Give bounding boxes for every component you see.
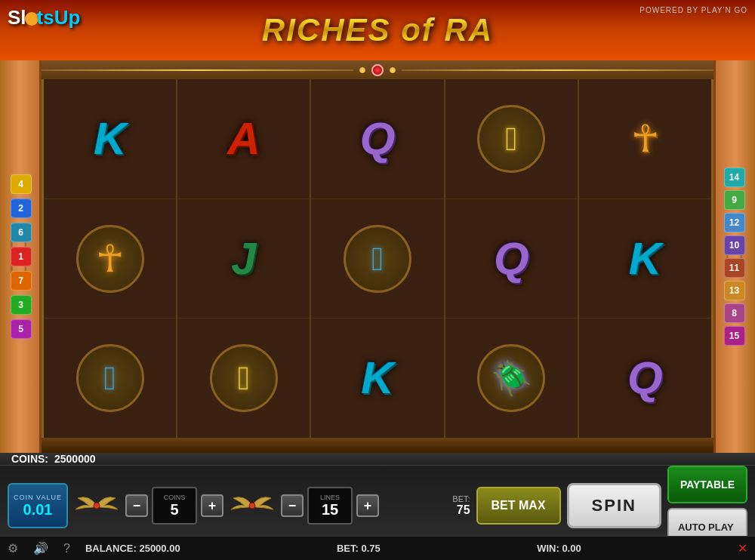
symbol-ankh-1: ☥ [76,225,144,293]
lines-stepper-value: 15 [322,501,338,518]
controls-row: COIN VALUE 0.01 − COINS 5 [0,466,755,546]
payline-5[interactable]: 5 [11,319,32,339]
payline-8[interactable]: 8 [724,303,745,323]
symbol-J-1: J [231,236,256,282]
coins-stepper-value: 5 [170,501,178,518]
arch-gem-center [371,64,384,76]
reels-wrapper: K ☥ 𓅃 A [42,60,713,453]
coins-increase-button[interactable]: + [201,494,223,517]
payline-13[interactable]: 13 [724,281,745,300]
symbol-cell-5-3: Q [579,318,711,438]
status-bet-label: BET: [337,543,359,554]
sound-icon[interactable]: 🔊 [33,541,48,555]
payline-11[interactable]: 11 [724,258,745,278]
payline-14[interactable]: 14 [724,168,745,187]
reel-2: A J 𓀩 [177,79,311,438]
coins-stepper-label: COINS [164,494,186,501]
top-arch-decoration [42,60,713,79]
controls-left: COIN VALUE 0.01 − COINS 5 [8,483,379,528]
lines-increase-button[interactable]: + [356,494,379,517]
game-title: RICHES of RA [262,12,493,48]
lines-decrease-button[interactable]: − [281,494,304,517]
payline-3[interactable]: 3 [11,295,32,315]
symbol-cell-1-2: ☥ [44,199,176,319]
reel-1: K ☥ 𓅃 [44,79,177,438]
coins-value-display: COINS 5 [152,487,197,525]
coins-decrease-button[interactable]: − [125,494,148,517]
bet-display: BET: 75 [418,494,470,517]
symbol-scarab-1: 🪲 [477,344,545,412]
symbol-A-1: A [227,116,260,162]
payline-2[interactable]: 2 [11,198,32,218]
payline-15[interactable]: 15 [724,326,745,346]
powered-by-text: POWERED BY PLAY'N GO [639,6,747,14]
symbol-cell-3-2: 𓅃 [311,199,443,319]
symbol-K-2: K [361,355,393,401]
game-header: SltsUp RICHES of RA POWERED BY PLAY'N GO [0,0,755,60]
lines-value-display: LINES 15 [307,487,353,525]
symbol-Q-3: Q [627,355,663,401]
coins-stepper-group: − COINS 5 + [125,487,223,525]
symbol-cell-3-3: K [311,318,443,438]
payline-9[interactable]: 9 [724,190,745,210]
symbol-pharaoh-2: 𓀩 [477,105,545,173]
bet-value: 75 [418,503,470,517]
balance-value: 25000.00 [139,543,180,554]
symbol-cell-4-1: 𓀩 [445,79,578,199]
game-area: 𓀀 4 2 6 1 7 3 5 [0,60,755,453]
left-paylines: 𓀀 4 2 6 1 7 3 5 [0,60,42,453]
status-bet-value: 0.75 [362,543,381,554]
settings-icon[interactable]: ⚙ [8,541,18,555]
symbol-cell-3-1: Q [311,79,443,199]
paytable-button[interactable]: PAYTABLE [667,466,747,503]
payline-12[interactable]: 12 [724,213,745,232]
symbol-K-3: K [629,236,661,282]
symbol-cell-2-3: 𓀩 [177,318,310,438]
svg-point-1 [249,503,255,509]
reels-container: K ☥ 𓅃 A [42,79,713,438]
symbol-cell-1-1: K [44,79,176,199]
logo-text-up: tsUp [37,6,81,29]
wings-decoration-2 [230,487,275,525]
symbol-cell-2-1: A [177,79,310,199]
symbol-cell-2-2: J [177,199,310,319]
game-container: SltsUp RICHES of RA POWERED BY PLAY'N GO… [0,0,755,560]
coin-value-number: 0.01 [23,501,53,518]
wings-svg [74,491,119,521]
symbol-cell-5-1: ☥ [579,79,711,199]
payline-4[interactable]: 4 [11,174,32,194]
slotsup-logo: SltsUp [8,6,80,29]
bet-max-button[interactable]: BET MAX [476,487,561,525]
wings-svg-2 [230,491,275,521]
right-buttons: PAYTABLE AUTO PLAY [667,466,747,546]
symbol-bird-2: 𓅃 [344,225,411,293]
payline-1[interactable]: 1 [11,247,32,266]
symbol-cell-4-2: Q [445,199,578,319]
coins-display-row: COINS: 2500000 [0,453,755,466]
payline-6[interactable]: 6 [11,223,32,242]
svg-point-0 [94,503,100,509]
coin-value-label: COIN VALUE [14,494,62,501]
bet-label: BET: [418,494,470,503]
right-paylines: 𓀀 14 9 12 10 11 13 8 15 [713,60,755,453]
wings-decoration [74,487,119,525]
arch-line-left [42,69,353,71]
reel-3: Q 𓅃 K [311,79,445,438]
reel-4: 𓀩 Q 🪲 [445,79,579,438]
status-win: WIN: 0.00 [537,543,581,554]
spin-button[interactable]: SPIN [567,483,661,528]
balance-text: BALANCE: [85,543,137,554]
close-icon[interactable]: ✕ [738,541,747,555]
payline-7[interactable]: 7 [11,271,32,291]
coin-value-display: COIN VALUE 0.01 [8,483,68,528]
payline-10[interactable]: 10 [724,235,745,255]
help-icon[interactable]: ? [63,542,70,555]
status-bet: BET: 0.75 [337,543,381,554]
arch-line-right [402,69,713,71]
symbol-K-1: K [94,116,126,162]
arch-gem-small-2 [390,67,396,73]
controls-right: BET: 75 BET MAX SPIN PAYTABLE AUTO PLAY [418,466,747,546]
lines-stepper-label: LINES [320,494,340,501]
reel-5: ☥ K Q [579,79,711,438]
symbol-Q-1: Q [360,116,396,162]
